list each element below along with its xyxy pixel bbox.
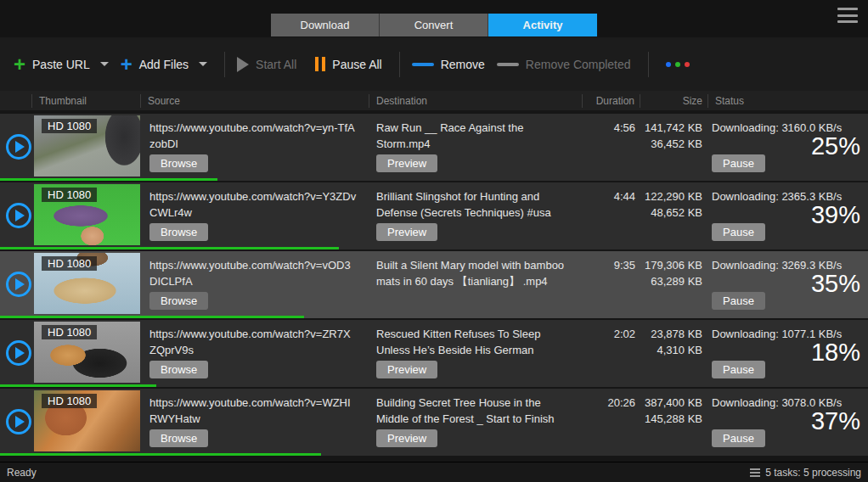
browse-button[interactable]: Browse [149,292,208,310]
toolbar-divider [224,52,225,77]
pause-button[interactable]: Pause [712,154,765,172]
play-icon[interactable] [6,272,31,297]
hamburger-menu-icon[interactable] [837,8,858,23]
preview-button[interactable]: Preview [376,223,437,241]
browse-button[interactable]: Browse [149,429,208,447]
task-count-text: 5 tasks: 5 processing [765,467,861,479]
size-downloaded: 36,452 KB [635,136,702,152]
pause-all-button[interactable]: Pause All [315,57,381,71]
tab-convert[interactable]: Convert [380,14,488,36]
duration-value: 9:35 [582,251,635,318]
progress-bar [0,453,321,456]
destination-filename: Built a Silent Mary model with bamboo ma… [376,257,572,289]
progress-percent: 39% [811,201,860,229]
size-total: 179,306 KB [635,257,702,273]
source-url: https://www.youtube.com/watch?v=WZHIRWYH… [149,395,357,427]
size-downloaded: 4,310 KB [635,342,702,358]
video-thumbnail: HD 1080 [34,253,140,314]
progress-percent: 25% [811,132,860,160]
quality-badge: HD 1080 [42,119,97,133]
status-bar: Ready 5 tasks: 5 processing [0,462,868,482]
toolbar-divider [399,52,400,77]
tab-download[interactable]: Download [271,14,380,36]
play-icon[interactable] [6,409,31,434]
header-destination[interactable]: Destination [369,94,582,108]
video-thumbnail: HD 1080 [34,322,140,383]
add-files-button[interactable]: + Add Files [121,56,207,73]
remove-completed-button[interactable]: Remove Completed [497,58,631,71]
start-all-button[interactable]: Start All [237,57,296,72]
download-task-row[interactable]: HD 1080 https://www.youtube.com/watch?v=… [0,114,868,181]
download-task-row[interactable]: HD 1080 https://www.youtube.com/watch?v=… [0,320,868,387]
play-all-icon [237,57,249,72]
pause-button[interactable]: Pause [712,223,765,241]
main-tabs: Download Convert Activity [271,14,597,36]
header-thumbnail[interactable]: Thumbnail [31,94,140,108]
progress-percent: 18% [811,339,860,367]
download-task-row[interactable]: HD 1080 https://www.youtube.com/watch?v=… [0,251,868,318]
download-task-row[interactable]: HD 1080 https://www.youtube.com/watch?v=… [0,182,868,249]
pause-button[interactable]: Pause [712,429,765,447]
remove-completed-icon [497,63,519,66]
preview-button[interactable]: Preview [376,361,437,378]
paste-url-label: Paste URL [32,58,90,71]
header-source[interactable]: Source [140,94,369,108]
remove-label: Remove [441,58,485,71]
task-list-icon [750,468,760,477]
size-downloaded: 145,288 KB [635,411,702,427]
header-duration[interactable]: Duration [582,94,640,108]
size-total: 122,290 KB [635,188,702,205]
destination-filename: Brilliant Slingshot for Hunting and Defe… [376,188,572,221]
quality-badge: HD 1080 [42,188,97,202]
duration-value: 4:56 [582,114,635,181]
source-url: https://www.youtube.com/watch?v=Y3ZDvCWL… [149,188,357,221]
chevron-down-icon[interactable] [100,62,109,66]
download-task-row[interactable]: HD 1080 https://www.youtube.com/watch?v=… [0,389,868,456]
source-url: https://www.youtube.com/watch?v=yn-TfAzo… [149,120,357,152]
duration-value: 4:44 [582,182,635,249]
pause-button[interactable]: Pause [712,292,765,310]
preview-button[interactable]: Preview [376,429,437,447]
size-downloaded: 48,652 KB [635,205,702,221]
destination-filename: Raw Run __ Race Against the Storm.mp4 [376,120,572,152]
size-total: 141,742 KB [635,120,702,136]
browse-button[interactable]: Browse [149,154,208,172]
chevron-down-icon[interactable] [199,62,207,66]
size-total: 23,878 KB [635,326,702,342]
progress-bar [0,247,339,249]
header-status[interactable]: Status [707,94,868,108]
browse-button[interactable]: Browse [149,361,208,378]
paste-url-button[interactable]: + Paste URL [14,56,109,73]
red-dot-icon [685,62,690,67]
progress-bar [0,178,217,181]
size-total: 387,400 KB [635,395,702,411]
status-ready-text: Ready [7,467,37,479]
download-task-list: HD 1080 https://www.youtube.com/watch?v=… [0,114,868,456]
progress-percent: 35% [811,270,860,298]
browse-button[interactable]: Browse [149,223,208,241]
source-url: https://www.youtube.com/watch?v=ZR7XZQpr… [149,326,357,358]
play-icon[interactable] [6,340,31,366]
green-dot-icon [675,62,680,67]
video-thumbnail: HD 1080 [34,184,140,245]
quality-badge: HD 1080 [42,325,97,339]
toolbar-divider [648,52,649,77]
plus-icon: + [14,56,25,73]
header-size[interactable]: Size [640,94,707,108]
remove-button[interactable]: Remove [412,58,485,71]
plus-icon: + [121,56,132,73]
preview-button[interactable]: Preview [376,154,437,172]
tab-activity[interactable]: Activity [488,14,597,36]
progress-percent: 37% [811,407,860,435]
more-options-button[interactable] [666,62,690,67]
progress-bar [0,384,156,387]
remove-completed-label: Remove Completed [526,58,631,71]
play-icon[interactable] [6,203,31,228]
video-thumbnail: HD 1080 [34,390,140,451]
add-files-label: Add Files [139,58,189,71]
pause-all-label: Pause All [332,58,381,71]
start-all-label: Start All [256,58,296,71]
play-icon[interactable] [6,134,31,160]
pause-button[interactable]: Pause [712,361,765,378]
remove-icon [412,63,434,66]
